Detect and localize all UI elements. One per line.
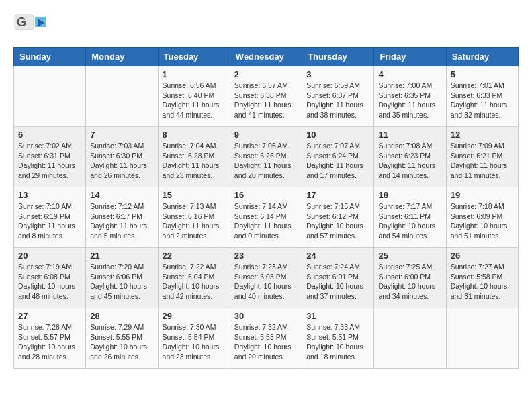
weekday-row: SundayMondayTuesdayWednesdayThursdayFrid… xyxy=(14,48,519,66)
weekday-header-wednesday: Wednesday xyxy=(230,48,302,66)
calendar-cell: 31Sunrise: 7:33 AMSunset: 5:51 PMDayligh… xyxy=(302,308,374,369)
day-info: Sunrise: 7:08 AMSunset: 6:23 PMDaylight:… xyxy=(378,141,441,181)
calendar-cell: 13Sunrise: 7:10 AMSunset: 6:19 PMDayligh… xyxy=(14,187,86,248)
calendar-cell: 23Sunrise: 7:23 AMSunset: 6:03 PMDayligh… xyxy=(230,248,302,308)
day-number: 18 xyxy=(378,190,441,200)
day-number: 7 xyxy=(90,130,153,140)
day-number: 9 xyxy=(234,130,298,140)
calendar-cell: 16Sunrise: 7:14 AMSunset: 6:14 PMDayligh… xyxy=(230,187,302,248)
day-info: Sunrise: 7:24 AMSunset: 6:01 PMDaylight:… xyxy=(306,262,369,302)
day-info: Sunrise: 7:02 AMSunset: 6:31 PMDaylight:… xyxy=(18,141,81,181)
day-number: 1 xyxy=(163,69,226,79)
day-info: Sunrise: 7:07 AMSunset: 6:24 PMDaylight:… xyxy=(306,141,369,181)
calendar-cell: 5Sunrise: 7:01 AMSunset: 6:33 PMDaylight… xyxy=(446,66,518,127)
day-number: 16 xyxy=(234,190,298,200)
page-header: G xyxy=(13,13,519,40)
day-number: 30 xyxy=(234,311,298,321)
week-row-2: 6Sunrise: 7:02 AMSunset: 6:31 PMDaylight… xyxy=(14,127,519,187)
calendar-cell: 22Sunrise: 7:22 AMSunset: 6:04 PMDayligh… xyxy=(158,248,230,308)
day-info: Sunrise: 7:19 AMSunset: 6:08 PMDaylight:… xyxy=(18,262,81,302)
calendar-cell: 8Sunrise: 7:04 AMSunset: 6:28 PMDaylight… xyxy=(158,127,230,187)
week-row-4: 20Sunrise: 7:19 AMSunset: 6:08 PMDayligh… xyxy=(14,248,519,308)
week-row-5: 27Sunrise: 7:28 AMSunset: 5:57 PMDayligh… xyxy=(14,308,519,369)
calendar-cell: 21Sunrise: 7:20 AMSunset: 6:06 PMDayligh… xyxy=(86,248,158,308)
calendar-cell: 6Sunrise: 7:02 AMSunset: 6:31 PMDaylight… xyxy=(14,127,86,187)
day-info: Sunrise: 7:15 AMSunset: 6:12 PMDaylight:… xyxy=(306,201,369,241)
calendar-cell xyxy=(446,308,518,369)
day-number: 2 xyxy=(234,69,298,79)
calendar-cell: 9Sunrise: 7:06 AMSunset: 6:26 PMDaylight… xyxy=(230,127,302,187)
day-info: Sunrise: 6:57 AMSunset: 6:38 PMDaylight:… xyxy=(234,81,298,120)
day-number: 25 xyxy=(378,250,441,261)
day-number: 3 xyxy=(306,69,369,79)
day-number: 20 xyxy=(18,250,81,261)
day-number: 23 xyxy=(234,250,298,261)
day-number: 11 xyxy=(378,130,441,140)
calendar-cell: 4Sunrise: 7:00 AMSunset: 6:35 PMDaylight… xyxy=(374,66,446,127)
calendar-cell: 20Sunrise: 7:19 AMSunset: 6:08 PMDayligh… xyxy=(14,248,86,308)
calendar-body: 1Sunrise: 6:56 AMSunset: 6:40 PMDaylight… xyxy=(14,66,519,369)
day-number: 15 xyxy=(163,190,226,200)
day-info: Sunrise: 7:06 AMSunset: 6:26 PMDaylight:… xyxy=(234,141,298,181)
day-number: 5 xyxy=(451,69,514,79)
day-info: Sunrise: 7:28 AMSunset: 5:57 PMDaylight:… xyxy=(18,322,81,362)
day-info: Sunrise: 7:23 AMSunset: 6:03 PMDaylight:… xyxy=(234,262,298,302)
calendar-cell: 26Sunrise: 7:27 AMSunset: 5:58 PMDayligh… xyxy=(446,248,518,308)
weekday-header-saturday: Saturday xyxy=(446,48,518,66)
day-info: Sunrise: 7:12 AMSunset: 6:17 PMDaylight:… xyxy=(90,201,153,241)
day-number: 31 xyxy=(306,311,369,321)
day-number: 29 xyxy=(163,311,226,321)
calendar-cell: 29Sunrise: 7:30 AMSunset: 5:54 PMDayligh… xyxy=(158,308,230,369)
day-info: Sunrise: 7:00 AMSunset: 6:35 PMDaylight:… xyxy=(378,81,441,120)
day-info: Sunrise: 7:22 AMSunset: 6:04 PMDaylight:… xyxy=(163,262,226,302)
calendar-cell: 7Sunrise: 7:03 AMSunset: 6:30 PMDaylight… xyxy=(86,127,158,187)
weekday-header-thursday: Thursday xyxy=(302,48,374,66)
week-row-1: 1Sunrise: 6:56 AMSunset: 6:40 PMDaylight… xyxy=(14,66,519,127)
calendar-cell: 2Sunrise: 6:57 AMSunset: 6:38 PMDaylight… xyxy=(230,66,302,127)
day-number: 8 xyxy=(163,130,226,140)
logo: G xyxy=(13,13,51,40)
day-number: 14 xyxy=(90,190,153,200)
day-info: Sunrise: 7:32 AMSunset: 5:53 PMDaylight:… xyxy=(234,322,298,362)
day-info: Sunrise: 7:18 AMSunset: 6:09 PMDaylight:… xyxy=(451,201,514,241)
day-number: 12 xyxy=(451,130,514,140)
weekday-header-monday: Monday xyxy=(86,48,158,66)
day-number: 19 xyxy=(451,190,514,200)
day-number: 13 xyxy=(18,190,81,200)
day-info: Sunrise: 7:10 AMSunset: 6:19 PMDaylight:… xyxy=(18,201,81,241)
calendar-cell: 10Sunrise: 7:07 AMSunset: 6:24 PMDayligh… xyxy=(302,127,374,187)
day-info: Sunrise: 7:13 AMSunset: 6:16 PMDaylight:… xyxy=(163,201,226,241)
calendar-cell: 19Sunrise: 7:18 AMSunset: 6:09 PMDayligh… xyxy=(446,187,518,248)
day-number: 6 xyxy=(18,130,81,140)
calendar-cell: 28Sunrise: 7:29 AMSunset: 5:55 PMDayligh… xyxy=(86,308,158,369)
calendar-cell: 25Sunrise: 7:25 AMSunset: 6:00 PMDayligh… xyxy=(374,248,446,308)
calendar-cell xyxy=(374,308,446,369)
day-number: 24 xyxy=(306,250,369,261)
svg-text:G: G xyxy=(17,15,26,29)
day-info: Sunrise: 7:27 AMSunset: 5:58 PMDaylight:… xyxy=(451,262,514,302)
calendar-cell: 11Sunrise: 7:08 AMSunset: 6:23 PMDayligh… xyxy=(374,127,446,187)
day-info: Sunrise: 6:59 AMSunset: 6:37 PMDaylight:… xyxy=(306,81,369,120)
day-info: Sunrise: 7:09 AMSunset: 6:21 PMDaylight:… xyxy=(451,141,514,181)
weekday-header-sunday: Sunday xyxy=(14,48,86,66)
day-number: 10 xyxy=(306,130,369,140)
calendar-cell: 30Sunrise: 7:32 AMSunset: 5:53 PMDayligh… xyxy=(230,308,302,369)
calendar-cell: 24Sunrise: 7:24 AMSunset: 6:01 PMDayligh… xyxy=(302,248,374,308)
day-number: 21 xyxy=(90,250,153,261)
calendar-header: SundayMondayTuesdayWednesdayThursdayFrid… xyxy=(14,48,519,66)
day-number: 28 xyxy=(90,311,153,321)
day-info: Sunrise: 7:20 AMSunset: 6:06 PMDaylight:… xyxy=(90,262,153,302)
weekday-header-tuesday: Tuesday xyxy=(158,48,230,66)
day-number: 4 xyxy=(378,69,441,79)
calendar-cell: 27Sunrise: 7:28 AMSunset: 5:57 PMDayligh… xyxy=(14,308,86,369)
calendar-table: SundayMondayTuesdayWednesdayThursdayFrid… xyxy=(13,47,519,369)
day-info: Sunrise: 7:33 AMSunset: 5:51 PMDaylight:… xyxy=(306,322,369,362)
day-info: Sunrise: 7:03 AMSunset: 6:30 PMDaylight:… xyxy=(90,141,153,181)
day-info: Sunrise: 7:25 AMSunset: 6:00 PMDaylight:… xyxy=(378,262,441,302)
day-info: Sunrise: 7:14 AMSunset: 6:14 PMDaylight:… xyxy=(234,201,298,241)
day-number: 26 xyxy=(451,250,514,261)
calendar-cell: 18Sunrise: 7:17 AMSunset: 6:11 PMDayligh… xyxy=(374,187,446,248)
calendar-cell: 17Sunrise: 7:15 AMSunset: 6:12 PMDayligh… xyxy=(302,187,374,248)
calendar-cell: 15Sunrise: 7:13 AMSunset: 6:16 PMDayligh… xyxy=(158,187,230,248)
calendar-cell xyxy=(86,66,158,127)
